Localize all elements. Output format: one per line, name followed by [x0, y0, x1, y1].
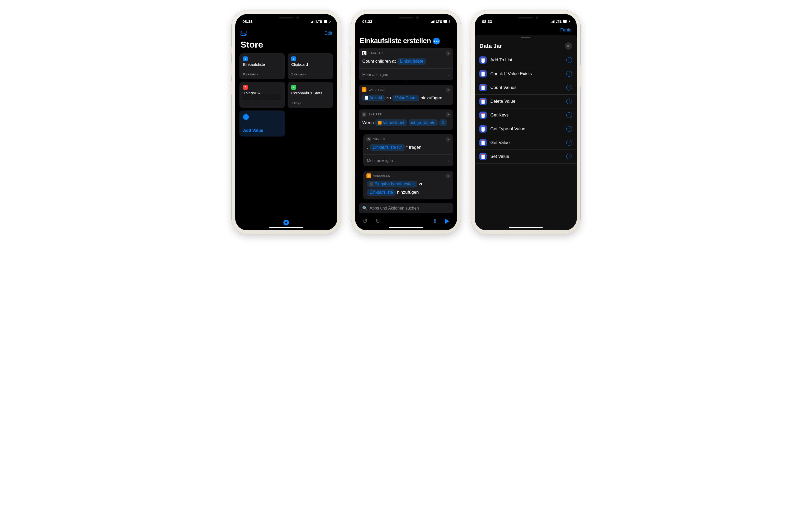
add-value-label: Add Value — [243, 128, 281, 133]
search-actions-field[interactable]: 🔍 Apps und Aktionen suchen — [359, 203, 453, 213]
done-button[interactable]: Fertig — [441, 29, 452, 37]
redacted-scribble — [242, 95, 281, 100]
action-row[interactable]: Delete Valuei — [475, 95, 577, 108]
show-more-row[interactable]: Mehr anzeigen › — [363, 154, 453, 166]
variable-token[interactable]: ValueCount — [392, 95, 419, 101]
remove-action-icon[interactable]: ✕ — [446, 87, 451, 93]
datajar-app-icon — [479, 111, 487, 119]
action-app-label: VARIABLEN — [373, 174, 390, 177]
action-app-label: VARIABLEN — [369, 88, 386, 91]
more-icon[interactable]: ●●● — [433, 38, 440, 45]
home-indicator[interactable] — [389, 227, 423, 228]
number-token[interactable]: 0 — [439, 119, 447, 126]
action-ask[interactable]: ✕ ⚙ SKRIPTE „ Einkaufsliste für “ fragen… — [363, 134, 453, 166]
action-row[interactable]: Get Type of Valuei — [475, 122, 577, 136]
chevron-right-icon: › — [448, 158, 450, 163]
search-placeholder: Apps und Aktionen suchen — [370, 206, 419, 211]
status-time: 08:33 — [362, 19, 372, 24]
variable-token[interactable]: Anzahl — [362, 95, 385, 101]
battery-icon — [563, 20, 569, 23]
signal-bars-icon — [311, 20, 316, 23]
remove-action-icon[interactable]: ✕ — [446, 51, 451, 56]
add-value-card[interactable]: + Add Value — [240, 110, 285, 136]
action-row[interactable]: Set Valuei — [475, 150, 577, 163]
action-row[interactable]: Count Valuesi — [475, 81, 577, 95]
mute-switch — [470, 47, 471, 54]
variable-token[interactable]: Einkaufsliste — [367, 189, 396, 196]
home-indicator[interactable] — [269, 227, 303, 228]
condition-token[interactable]: ist größer als — [409, 119, 438, 126]
variable-token[interactable]: ValueCount — [375, 119, 407, 126]
datajar-app-icon — [479, 70, 487, 77]
share-icon[interactable]: ⇪ — [433, 218, 437, 225]
info-icon[interactable]: i — [566, 71, 572, 77]
edit-button[interactable]: Edit — [324, 31, 332, 36]
show-more-row[interactable]: Mehr anzeigen › — [359, 69, 453, 80]
action-app-label: SKRIPTE — [369, 113, 382, 116]
action-row[interactable]: Get Valuei — [475, 136, 577, 150]
store-card-einkaufsliste[interactable]: ≡ Einkaufsliste 0 values — [240, 53, 285, 79]
info-icon[interactable]: i — [566, 154, 572, 159]
info-icon[interactable]: i — [566, 126, 572, 132]
undo-icon[interactable]: ↺ — [363, 218, 368, 225]
action-add-variable[interactable]: ✕ 𝑥 VARIABLEN Eingabe bereitgestellt zu … — [363, 171, 453, 200]
variable-icon: 𝑥 — [362, 87, 366, 92]
action-row[interactable]: Check If Value Existsi — [475, 67, 577, 81]
remove-action-icon[interactable]: ✕ — [446, 137, 451, 142]
connector-line — [359, 168, 453, 171]
action-row-label: Set Value — [490, 154, 563, 159]
info-icon[interactable]: i — [566, 99, 572, 104]
input-token[interactable]: Eingabe bereitgestellt — [367, 181, 417, 187]
mute-switch — [350, 47, 351, 54]
text-token[interactable]: Einkaufsliste für — [370, 144, 405, 151]
variable-icon: 𝑥 — [366, 174, 371, 178]
action-row[interactable]: Get Keysi — [475, 108, 577, 122]
action-count-children[interactable]: ✕ DATA JAR Count children at Einkaufslis… — [359, 48, 453, 80]
connector-line — [359, 132, 453, 134]
sheet-title: Data Jar — [479, 43, 502, 49]
action-text: Wenn — [362, 120, 374, 125]
action-row-label: Get Type of Value — [490, 126, 563, 132]
datajar-app-icon — [479, 125, 487, 133]
action-text: zu — [386, 96, 391, 101]
info-icon[interactable]: i — [566, 112, 572, 118]
toggle-icon[interactable] — [241, 31, 247, 35]
carrier-label: LTE — [316, 20, 322, 23]
action-if[interactable]: ✕ ⚙ SKRIPTE Wenn ValueCount ist größer a… — [359, 109, 453, 130]
action-row-label: Get Keys — [490, 112, 563, 118]
store-card-clipboard[interactable]: ≡ Clipboard 2 values — [288, 53, 333, 79]
key-token[interactable]: Einkaufsliste — [397, 58, 426, 65]
play-icon[interactable] — [445, 219, 449, 224]
info-icon[interactable]: i — [566, 85, 572, 90]
info-icon[interactable]: i — [566, 57, 572, 63]
redo-icon[interactable]: ↻ — [375, 218, 380, 225]
action-text: zu — [419, 181, 423, 187]
plus-icon: + — [243, 114, 249, 120]
phone-frame-sheet: 08:33 LTE Fertig Data Jar ✕ Add To Listi… — [471, 10, 581, 234]
magnifier-icon: 🔍 — [362, 206, 368, 211]
store-card-coronavirus[interactable]: ≡ Coronavirus Stats 1 key — [288, 82, 333, 108]
action-row-label: Count Values — [490, 85, 563, 90]
volume-up — [350, 62, 351, 77]
home-indicator[interactable] — [509, 227, 543, 228]
close-icon[interactable]: ✕ — [565, 43, 572, 50]
sheet-grabber[interactable] — [521, 37, 531, 38]
notch — [262, 14, 311, 21]
remove-action-icon[interactable]: ✕ — [446, 112, 451, 117]
add-button[interactable]: + — [284, 220, 289, 226]
remove-action-icon[interactable]: ✕ — [446, 174, 451, 179]
action-row[interactable]: Add To Listi — [475, 53, 577, 67]
action-row-label: Check If Value Exists — [490, 71, 563, 76]
script-icon: ⚙ — [362, 112, 366, 117]
store-card-thingsurl[interactable]: A ThingsURL x — [240, 82, 285, 108]
notch — [381, 14, 431, 21]
info-icon[interactable]: i — [566, 140, 572, 146]
show-more-label: Mehr anzeigen — [367, 158, 393, 163]
connector-line — [359, 82, 453, 85]
action-set-variable[interactable]: ✕ 𝑥 VARIABLEN Anzahl zu ValueCount hinzu… — [359, 85, 453, 105]
show-more-label: Mehr anzeigen — [362, 72, 388, 77]
carrier-label: LTE — [556, 20, 562, 23]
quote-text: „ — [367, 145, 369, 150]
done-button-behind[interactable]: Fertig — [560, 28, 571, 33]
action-text: hinzufügen — [421, 96, 442, 101]
